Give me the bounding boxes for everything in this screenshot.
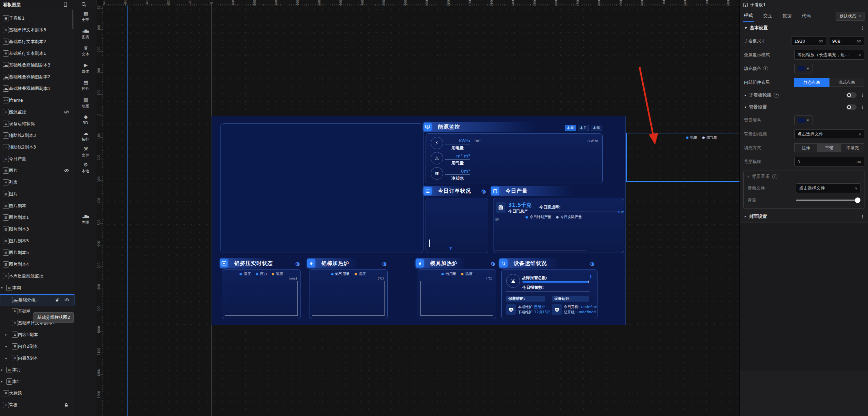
segment-option-不填充[interactable]: 不填充 xyxy=(841,143,864,152)
chart-panel-header-铝棒加热炉[interactable]: 铝棒加热炉◑ xyxy=(307,258,389,268)
layer-item[interactable]: ▸⊞内容1副本 xyxy=(0,329,74,340)
layer-item[interactable]: A基础单行文本副本3 xyxy=(0,25,74,35)
editor-canvas[interactable]: 能源监控 本周本月本年 (m³) (kW·h) ⚡kW·h用电量♨m³ m³用气… xyxy=(103,6,739,416)
kebab-menu-icon[interactable]: ⋮ xyxy=(860,26,865,31)
half-toggle-icon[interactable]: ◑ xyxy=(382,261,386,266)
background-toggle[interactable] xyxy=(846,104,857,110)
layer-item[interactable]: A基础单行文本副本1 xyxy=(0,48,74,59)
layer-item[interactable]: ▣子看板1 xyxy=(0,13,74,23)
bg-color-picker[interactable]: ▼ xyxy=(794,115,813,125)
width-input[interactable]: 1920px xyxy=(791,36,826,46)
layer-item[interactable]: ⊞设备运维状况 xyxy=(0,119,74,129)
collapse-icon[interactable]: ▾ xyxy=(1,286,3,290)
bg-blur-input[interactable]: 0px xyxy=(794,157,864,166)
lock-icon[interactable] xyxy=(64,403,69,408)
toolbar-item-3D[interactable]: ◆3D xyxy=(74,114,96,125)
help-icon[interactable]: ? xyxy=(772,174,777,179)
layer-item[interactable]: ▸⊞内容3副本 xyxy=(0,353,74,363)
toolbar-item-全部[interactable]: ▦全部 xyxy=(74,10,96,22)
layer-panel-scrollbar[interactable] xyxy=(72,10,73,29)
half-toggle-icon[interactable]: ◑ xyxy=(590,261,594,266)
toolbar-item-图表[interactable]: ▂▆▄图表 xyxy=(74,28,96,40)
layer-item[interactable]: ▨图片副本5 xyxy=(0,236,74,246)
board-page-icon[interactable] xyxy=(63,2,68,7)
layer-item[interactable]: </>iframe xyxy=(0,95,74,105)
eye-icon[interactable] xyxy=(64,297,70,303)
toolbar-item-媒体[interactable]: ▶媒体 xyxy=(74,62,96,74)
expand-icon[interactable]: ▸ xyxy=(6,356,7,360)
half-toggle-icon[interactable]: ◑ xyxy=(295,261,299,266)
fill-color-picker[interactable]: ▼ xyxy=(794,64,813,73)
volume-slider[interactable] xyxy=(796,197,860,203)
eye-off-icon[interactable] xyxy=(64,168,69,173)
toolbar-item-控件[interactable]: ▤控件 xyxy=(74,79,96,91)
half-toggle-icon[interactable]: ◑ xyxy=(481,188,486,194)
orders-panel-header[interactable]: 今日订单状况 ◑ xyxy=(423,186,489,196)
search-icon[interactable] xyxy=(81,2,86,7)
layer-item[interactable]: ▂▆▄基础堆叠双轴图副本2 xyxy=(0,72,74,82)
tab-style[interactable]: 样式 xyxy=(743,10,754,22)
segment-option-静态布局[interactable]: 静态布局 xyxy=(794,78,829,87)
kebab-menu-icon[interactable]: ⋮ xyxy=(860,93,865,98)
unlock-icon[interactable] xyxy=(55,297,60,303)
fullscreen-mode-select[interactable]: 等比缩放（长边填充，短...∨ xyxy=(794,50,864,60)
layer-item[interactable]: ⊟本周质量能源监控 xyxy=(0,271,74,281)
toolbar-item-内测[interactable]: ▂▆▄内测 xyxy=(74,213,96,225)
sub-dashboard[interactable]: 能源监控 本周本月本年 (m³) (kW·h) ⚡kW·h用电量♨m³ m³用气… xyxy=(212,116,626,325)
carousel-toggle[interactable] xyxy=(846,92,857,98)
layer-item[interactable]: ▂▆▄基础堆叠双轴图副本3 xyxy=(0,60,74,70)
selected-grouped-bar-chart[interactable]: 电量燃气量 xyxy=(626,133,739,182)
layer-item[interactable]: ▸⊞本年 xyxy=(0,376,74,387)
half-toggle-icon[interactable]: ◑ xyxy=(491,261,495,266)
tab-code[interactable]: 代码 xyxy=(801,10,811,22)
help-icon[interactable]: ? xyxy=(763,66,768,71)
layer-item[interactable]: ▾⊞本周 xyxy=(0,283,74,293)
production-panel-header[interactable]: 今日产量 xyxy=(491,186,623,196)
expand-icon[interactable]: ▸ xyxy=(6,345,7,348)
kebab-menu-icon[interactable]: ⋮ xyxy=(860,214,865,219)
layer-item[interactable]: ▱辅助线2副本3 xyxy=(0,142,74,152)
layer-item[interactable]: ▨图片 xyxy=(0,165,74,176)
toolbar-item-地图[interactable]: ▧地图 xyxy=(74,97,96,109)
layer-item[interactable]: A基础单行文本副本2 xyxy=(0,37,74,47)
eye-off-icon[interactable] xyxy=(64,110,69,115)
layer-item[interactable]: ▨图片副本 xyxy=(0,201,74,211)
layer-item[interactable]: ▂▆▄基础分组... xyxy=(0,294,74,305)
toolbar-item-拓扑[interactable]: ☁拓扑 xyxy=(74,130,96,142)
layer-item[interactable]: ▨图片副本1 xyxy=(0,212,74,223)
scroll-down-triangle-icon[interactable]: ▼ xyxy=(449,246,452,250)
layer-item[interactable]: ⊞背板 xyxy=(0,400,74,410)
layer-item[interactable]: ▂▆▄基础堆叠双轴图副本1 xyxy=(0,83,74,94)
layer-item[interactable]: ▸⊞内容2副本 xyxy=(0,341,74,352)
chart-panel-header-模具加热炉[interactable]: 模具加热炉◑ xyxy=(416,258,498,268)
background-music-header[interactable]: ∨背景音乐? xyxy=(744,171,865,182)
segment-option-流式布局[interactable]: 流式布局 xyxy=(829,78,865,87)
help-icon[interactable]: ? xyxy=(774,93,779,98)
energy-tab-本年[interactable]: 本年 xyxy=(591,125,602,131)
toolbar-item-本地[interactable]: ⚙本地 xyxy=(74,162,96,174)
expand-icon[interactable]: ▸ xyxy=(6,333,7,336)
section-background-settings[interactable]: ▾背景设置 ⋮ xyxy=(740,101,868,113)
energy-panel-header[interactable]: 能源监控 本周本月本年 xyxy=(423,122,605,132)
layer-item[interactable]: ▨图片副本4 xyxy=(0,259,74,270)
energy-tab-本周[interactable]: 本周 xyxy=(565,125,576,131)
layer-item[interactable]: ▸⊞本月 xyxy=(0,365,74,375)
kebab-menu-icon[interactable]: ⋮ xyxy=(860,105,865,110)
layer-item[interactable]: ⊞能源监控 xyxy=(0,107,74,117)
layer-item[interactable]: ⊞大标题 xyxy=(0,388,74,398)
tab-interaction[interactable]: 交互 xyxy=(763,10,773,22)
devops-panel-header[interactable]: 设备运维状况 ◑ xyxy=(499,258,597,268)
expand-icon[interactable]: ▸ xyxy=(1,380,3,383)
toolbar-item-套件[interactable]: ⚒套件 xyxy=(74,146,96,158)
bg-media-select[interactable]: 点击选择文件∨ xyxy=(794,129,864,139)
chart-panel-header-铝挤压实时状态[interactable]: 铝挤压实时状态◑ xyxy=(220,258,302,268)
layer-item[interactable]: ▨图片副本5 xyxy=(0,247,74,258)
layer-item[interactable]: ▨图片副本3 xyxy=(0,224,74,234)
layer-item[interactable]: ≡列表 xyxy=(0,177,74,187)
toolbar-item-文本[interactable]: ♛文本 xyxy=(74,45,96,57)
section-basic-settings[interactable]: ▼基本设置 ⋮ xyxy=(740,22,868,34)
state-selector[interactable]: 默认状态∨ xyxy=(836,12,865,21)
energy-tab-本月[interactable]: 本月 xyxy=(578,125,589,131)
layer-item[interactable]: ⊞今日产量 xyxy=(0,154,74,164)
weekly-quality-energy-container[interactable] xyxy=(220,123,423,253)
